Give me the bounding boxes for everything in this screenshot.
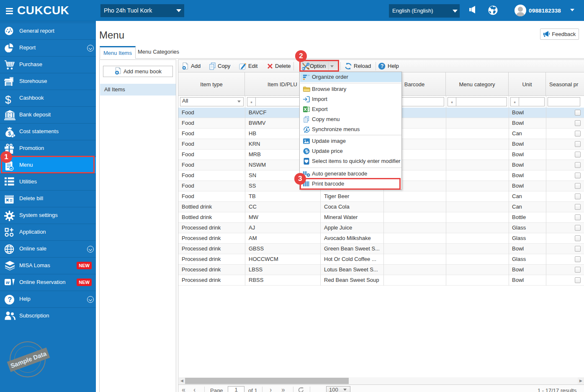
svg-text:$: $ [9,113,11,117]
svg-text:$: $ [8,131,11,137]
svg-text:?: ? [8,296,12,303]
svg-text:w: w [6,280,10,285]
svg-text:?: ? [381,63,383,69]
svg-text:$: $ [5,93,11,106]
